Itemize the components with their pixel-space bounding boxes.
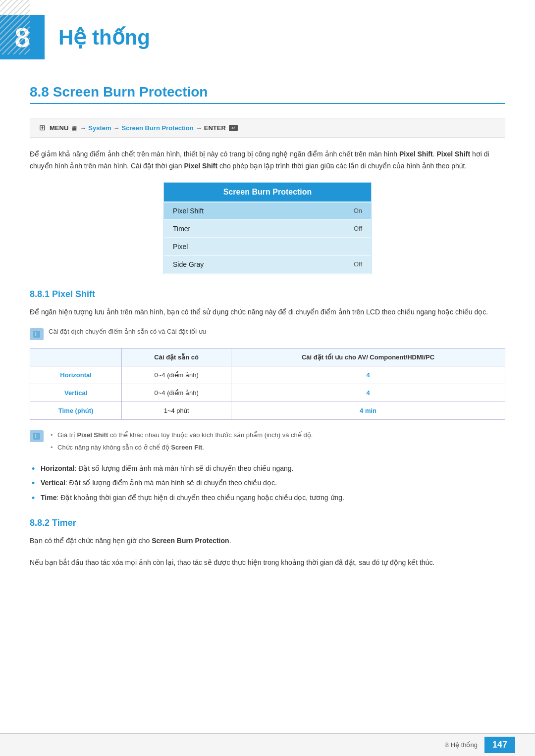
section-heading: 8.8 Screen Burn Protection <box>30 84 505 104</box>
note-block-pixel-shift: i Cài đặt dịch chuyển điểm ảnh sẵn có và… <box>30 328 505 340</box>
main-bullet-list: Horizontal: Đặt số lượng điểm ảnh mà màn… <box>30 463 505 504</box>
row-horizontal-preset: 0~4 (điểm ảnh) <box>122 366 231 384</box>
side-gray-label: Side Gray <box>173 260 204 268</box>
svg-text:i: i <box>35 434 37 439</box>
subsection-882-number: 8.8.2 <box>30 518 50 528</box>
pixel-shift-label: Pixel Shift <box>173 207 204 215</box>
ui-box-item-timer[interactable]: Timer Off <box>164 220 371 237</box>
subsection-882-title: Timer <box>52 518 76 528</box>
chapter-header: 8 Hệ thống <box>0 0 535 69</box>
nav-menu-label: MENU <box>50 124 68 132</box>
enter-icon: ↵ <box>229 125 238 131</box>
timer-desc1: Bạn có thể đặt chức năng hẹn giờ cho Scr… <box>30 535 505 547</box>
timer-label: Timer <box>173 225 190 233</box>
main-content: 8.8 Screen Burn Protection ⊞ MENU ▦ → Sy… <box>0 69 535 618</box>
note-text: Cài đặt dịch chuyển điểm ảnh sẵn có và C… <box>49 328 206 335</box>
section-title: Screen Burn Protection <box>53 84 208 100</box>
ui-box-item-side-gray[interactable]: Side Gray Off <box>164 256 371 273</box>
note-item-1: Giá trị Pixel Shift có thể khác nhau tùy… <box>49 430 313 441</box>
row-horizontal-optimal: 4 <box>231 366 505 384</box>
table-header-empty <box>30 349 122 366</box>
nav-grid-icon: ▦ <box>71 124 77 131</box>
table-row-vertical: Vertical 0~4 (điểm ảnh) 4 <box>30 384 505 402</box>
nav-path: ⊞ MENU ▦ → System → Screen Burn Protecti… <box>30 118 505 138</box>
row-vertical-optimal: 4 <box>231 384 505 402</box>
note-list: Giá trị Pixel Shift có thể khác nhau tùy… <box>49 430 313 454</box>
table-row-time: Time (phút) 1~4 phút 4 min <box>30 402 505 420</box>
subsection-882-heading: 8.8.2 Timer <box>30 518 505 528</box>
footer: 8 Hệ thống 147 <box>0 733 535 756</box>
nav-enter: ENTER <box>204 124 226 132</box>
pixel-shift-table: Cài đặt sẵn có Cài đặt tối ưu cho AV/ Co… <box>30 348 505 420</box>
nav-system: System <box>88 124 111 132</box>
hatch-decoration <box>0 0 30 54</box>
side-gray-value: Off <box>354 260 362 268</box>
svg-text:i: i <box>35 332 37 337</box>
screen-burn-protection-ui: Screen Burn Protection Pixel Shift On Ti… <box>163 182 372 274</box>
timer-desc2: Nếu bạn bắt đầu thao tác xóa mọi ảnh còn… <box>30 557 505 569</box>
table-header-optimal: Cài đặt tối ưu cho AV/ Component/HDMI/PC <box>231 349 505 366</box>
bullet-time: Time: Đặt khoảng thời gian để thực hiện … <box>30 492 505 504</box>
table-row-horizontal: Horizontal 0~4 (điểm ảnh) 4 <box>30 366 505 384</box>
row-vertical-label: Vertical <box>30 384 122 402</box>
row-horizontal-label: Horizontal <box>30 366 122 384</box>
pixel-shift-description: Để ngăn hiện tượng lưu ảnh trên màn hình… <box>30 306 505 318</box>
row-time-optimal: 4 min <box>231 402 505 420</box>
note-icon: i <box>30 328 44 340</box>
svg-rect-1 <box>0 0 30 54</box>
subsection-881-heading: 8.8.1 Pixel Shift <box>30 289 505 300</box>
menu-icon: ⊞ <box>39 123 46 132</box>
note-icon-2: i <box>30 430 44 442</box>
footer-page-number: 147 <box>484 737 515 753</box>
bullet-horizontal: Horizontal: Đặt số lượng điểm ảnh mà màn… <box>30 463 505 475</box>
row-time-preset: 1~4 phút <box>122 402 231 420</box>
footer-text: 8 Hệ thống <box>445 741 478 749</box>
timer-value: Off <box>354 225 362 232</box>
note-item-2: Chức năng này không sẵn có ở chế độ Scre… <box>49 442 313 453</box>
intro-paragraph: Để giảm khả năng điểm ảnh chết trên màn … <box>30 149 505 172</box>
ui-box-item-pixel-shift[interactable]: Pixel Shift On <box>164 202 371 219</box>
subsection-881-title: Pixel Shift <box>52 289 95 299</box>
section-number: 8.8 <box>30 84 49 100</box>
table-header-preset: Cài đặt sẵn có <box>122 349 231 366</box>
nav-arrow2: → <box>113 124 120 132</box>
row-time-label: Time (phút) <box>30 402 122 420</box>
pixel-label: Pixel <box>173 243 188 251</box>
subsection-881-number: 8.8.1 <box>30 289 50 299</box>
ui-box-header: Screen Burn Protection <box>164 183 371 202</box>
nav-screen-burn: Screen Burn Protection <box>122 124 194 132</box>
pixel-shift-value: On <box>354 207 362 214</box>
nav-arrow3: → <box>196 124 202 132</box>
chapter-title: Hệ thống <box>58 25 150 50</box>
svg-rect-2 <box>33 331 40 338</box>
nav-arrow1: → <box>80 124 86 132</box>
ui-box-item-pixel[interactable]: Pixel <box>164 238 371 255</box>
row-vertical-preset: 0~4 (điểm ảnh) <box>122 384 231 402</box>
svg-rect-4 <box>33 433 40 440</box>
note-block-2: i Giá trị Pixel Shift có thể khác nhau t… <box>30 430 505 454</box>
bullet-vertical: Vertical: Đặt số lượng điểm ảnh mà màn h… <box>30 477 505 489</box>
